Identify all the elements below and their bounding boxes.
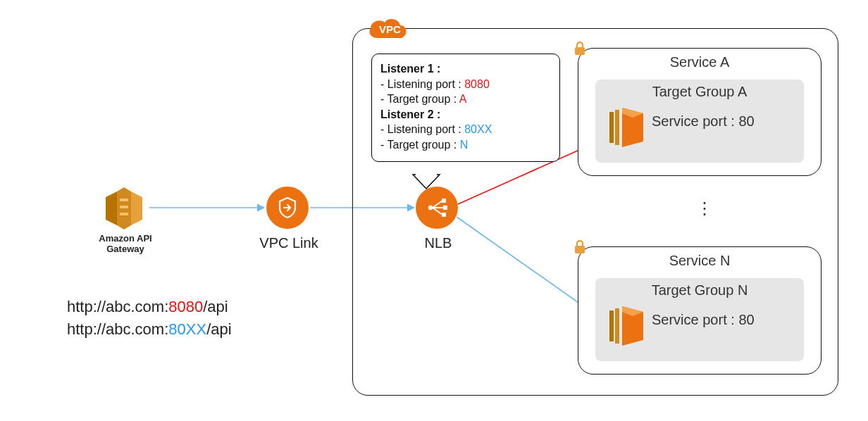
example-urls: http://abc.com:8080/api http://abc.com:8…	[67, 296, 232, 341]
api-gateway-icon	[99, 186, 149, 234]
svg-marker-7	[131, 191, 142, 225]
lock-icon	[571, 40, 588, 57]
listener2-title: Listener 2 :	[380, 108, 440, 120]
listener1-title: Listener 1 :	[380, 63, 440, 75]
svg-rect-10	[120, 206, 128, 208]
svg-marker-6	[106, 191, 117, 225]
api-gateway-label: Amazon API Gateway	[99, 234, 152, 255]
vpc-link-label: VPC Link	[254, 235, 324, 251]
url-1: http://abc.com:8080/api	[67, 296, 232, 318]
svg-rect-11	[120, 213, 128, 215]
vpc-link-icon	[266, 187, 309, 229]
svg-rect-9	[120, 199, 128, 201]
nlb-listener-callout: Listener 1 : Listening port : 8080 Targe…	[371, 54, 560, 162]
url-2: http://abc.com:80XX/api	[67, 318, 232, 341]
lock-icon	[571, 239, 588, 256]
vpc-badge-text: VPC	[379, 23, 401, 35]
listener1-port-row: Listening port : 8080	[380, 77, 551, 92]
svg-rect-19	[575, 47, 585, 55]
vpc-badge: VPC	[362, 14, 411, 45]
listener1-tg-row: Target group : A	[380, 92, 551, 107]
svg-rect-24	[575, 246, 585, 253]
diagram-canvas: Amazon API Gateway VPC Link VPC NLB List…	[0, 0, 868, 421]
listener2-port-row: Listening port : 80XX	[380, 122, 551, 137]
listener2-tg-row: Target group : N	[380, 137, 551, 153]
